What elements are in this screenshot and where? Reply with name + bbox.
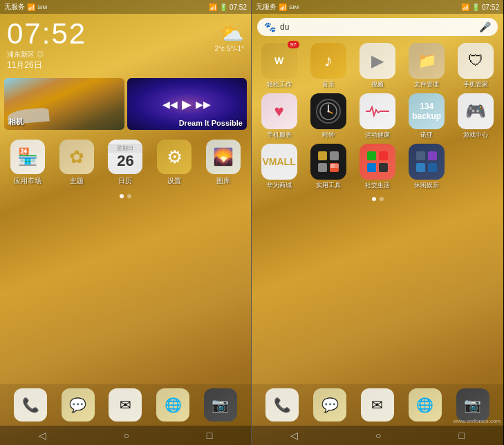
right-phone-icon: 📞 (274, 397, 291, 413)
right-msg-icon: 💬 (321, 397, 339, 413)
app-health[interactable]: 运动健康 (354, 93, 400, 140)
prev-icon[interactable]: ◀◀ (162, 99, 178, 110)
clock-icon-r (310, 93, 346, 129)
right-app-row-1: W 97 轻松工作 ♪ 音乐 ▶ 视频 📁 (252, 40, 503, 92)
app-entertain[interactable]: 休闲娱乐 (404, 144, 450, 190)
date: 11月26日 (7, 59, 86, 71)
weather-widget: 07:52 浦东新区 ◎ 11月26日 ⛅ 2°c 5°/-1° (0, 14, 251, 75)
msg-icon: 💬 (69, 397, 86, 413)
dock-email[interactable]: ✉ (109, 388, 142, 422)
app-gallery[interactable]: 🌄 图库 (200, 140, 245, 186)
right-dock-camera[interactable]: 📷 (456, 388, 489, 422)
email-icon: ✉ (120, 397, 131, 413)
calendar-label: 日历 (118, 176, 132, 186)
right-wifi-icon: 📶 (461, 3, 469, 11)
temp: 2°c 5°/-1° (214, 45, 244, 53)
right-nav-bar: ◁ ○ □ (252, 426, 503, 445)
left-status-bar: 无服务 📶 SIM 📶 🔋 07:52 (0, 0, 251, 14)
svg-rect-11 (379, 151, 388, 160)
app-manager[interactable]: 🛡 手机管家 (453, 43, 499, 89)
service-label: 手机服务 (267, 131, 292, 140)
right-app-row-3: VMALL 华为商城 实用工具 (252, 142, 503, 193)
app-theme[interactable]: ✿ 主题 (55, 140, 100, 186)
mic-icon[interactable]: 🎤 (479, 21, 491, 32)
svg-rect-15 (428, 151, 437, 160)
right-signal-icon: 📶 (279, 3, 287, 11)
svg-rect-12 (367, 163, 376, 172)
gallery-label: 图库 (216, 176, 230, 186)
qsgz-icon: W 97 (261, 43, 297, 79)
gallery-icon: 🌄 (206, 140, 241, 174)
play-icon[interactable]: ▶ (182, 97, 192, 112)
right-battery-icon: 🔋 (472, 3, 480, 11)
left-nav-bar: ◁ ○ □ (0, 426, 251, 445)
right-recents-btn[interactable]: □ (459, 430, 465, 441)
social-icon (360, 144, 395, 180)
service-icon: ♥ (261, 93, 297, 129)
left-status-right: 📶 🔋 07:52 (209, 3, 247, 11)
right-email-icon: ✉ (371, 397, 383, 413)
music-label-r: 音乐 (322, 80, 335, 89)
app-tools[interactable]: 实用工具 (305, 144, 351, 190)
back-btn[interactable]: ◁ (39, 430, 46, 441)
left-time: 07:52 (230, 3, 247, 11)
social-label: 社交生活 (365, 181, 390, 190)
app-video[interactable]: ▶ 视频 (354, 43, 400, 89)
tools-icon (310, 144, 346, 180)
right-dots (252, 196, 503, 202)
app-vmall[interactable]: VMALL 华为商城 (256, 144, 302, 190)
clock-face (316, 99, 341, 124)
app-backup[interactable]: 134backup 诺亚 (404, 93, 450, 140)
search-bar[interactable]: 🐾 du 🎤 (257, 18, 498, 36)
qsgz-label: 轻松工作 (267, 80, 292, 89)
app-music[interactable]: ♪ 音乐 (305, 43, 351, 89)
app-game[interactable]: 🎮 游戏中心 (453, 93, 499, 140)
app-service[interactable]: ♥ 手机服务 (256, 93, 302, 140)
app-market[interactable]: 🏪 应用市场 (6, 140, 50, 186)
right-dock-email[interactable]: ✉ (361, 388, 394, 422)
music-label: Dream It Possible (179, 119, 243, 127)
right-home-btn[interactable]: ○ (375, 430, 381, 441)
svg-rect-5 (330, 151, 339, 160)
right-dock-msg[interactable]: 💬 (313, 388, 346, 422)
left-sim-icon: SIM (37, 4, 47, 10)
clock-label: 时钟 (322, 131, 335, 140)
right-dock-phone[interactable]: 📞 (265, 388, 299, 422)
app-clock[interactable]: 时钟 (305, 93, 351, 140)
entertain-icon (409, 144, 445, 180)
camera-label: 相机 (8, 117, 24, 127)
app-social[interactable]: 社交生活 (354, 144, 400, 190)
right-time: 07:52 (482, 3, 499, 11)
app-empty (453, 144, 499, 190)
dock-camera[interactable]: 📷 (204, 388, 237, 422)
settings-label: 设置 (167, 176, 181, 186)
video-icon: ▶ (360, 43, 395, 79)
music-card[interactable]: ◀◀ ▶ ▶▶ Dream It Possible (127, 78, 248, 130)
music-icon: ♪ (310, 43, 346, 79)
dock-msg[interactable]: 💬 (62, 388, 95, 422)
recents-btn[interactable]: □ (207, 430, 212, 441)
right-app-row-2: ♥ 手机服务 时钟 (252, 92, 503, 142)
app-files[interactable]: 📁 文件管理 (404, 43, 450, 89)
tools-label: 实用工具 (316, 181, 341, 190)
right-back-btn[interactable]: ◁ (290, 430, 298, 441)
dock-browser[interactable]: 🌐 (156, 388, 189, 422)
health-label: 运动健康 (365, 131, 390, 140)
app-settings[interactable]: ⚙ 设置 (152, 140, 197, 186)
left-dock: 📞 💬 ✉ 🌐 📷 (0, 384, 251, 426)
home-btn[interactable]: ○ (124, 430, 129, 441)
right-dock-browser[interactable]: 🌐 (409, 388, 442, 422)
camera-card[interactable]: 相机 (4, 78, 124, 130)
left-app-grid: 🏪 应用市场 ✿ 主题 星期日 26 日历 ⚙ (0, 133, 251, 193)
app-calendar[interactable]: 星期日 26 日历 (103, 140, 148, 186)
dock-phone[interactable]: 📞 (14, 388, 47, 422)
market-icon: 🏪 (10, 140, 45, 174)
svg-point-3 (327, 111, 329, 113)
next-icon[interactable]: ▶▶ (196, 99, 211, 110)
vmall-label: 华为商城 (267, 181, 292, 190)
svg-rect-6 (318, 163, 327, 172)
camera-icon: 📷 (212, 397, 229, 413)
left-screen: 无服务 📶 SIM 📶 🔋 07:52 07:52 浦东新区 ◎ 11月26日 … (0, 0, 252, 445)
app-qsgz[interactable]: W 97 轻松工作 (256, 43, 302, 89)
game-label: 游戏中心 (463, 131, 488, 140)
